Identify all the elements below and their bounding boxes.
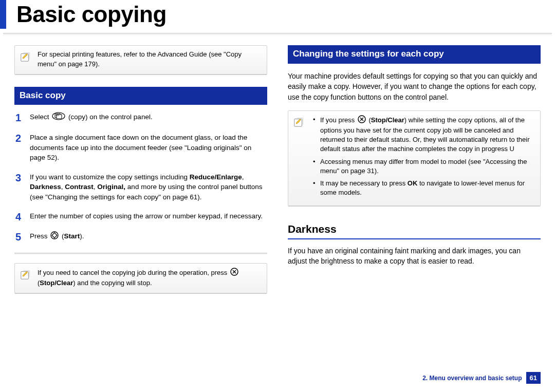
text: If you want to customize the copy settin… xyxy=(30,173,190,181)
footer-page-number: 61 xyxy=(526,372,541,384)
text-bold: Original, xyxy=(97,183,125,191)
subheading-darkness: Darkness xyxy=(288,221,541,237)
note-box-cancel: If you need to cancel the copying job du… xyxy=(14,263,267,293)
intro-paragraph: Your machine provides default settings f… xyxy=(288,71,541,102)
page-footer: 2. Menu overview and basic setup 61 xyxy=(422,372,541,384)
pencil-note-icon xyxy=(20,269,31,280)
step-text: Select (copy) on the control panel. xyxy=(30,112,266,123)
text-bold: Start xyxy=(64,233,80,240)
text-bold: Contrast xyxy=(65,183,94,191)
text: Press xyxy=(30,233,49,240)
pencil-note-icon xyxy=(293,116,305,127)
step-text: Place a single document face down on the… xyxy=(30,133,266,163)
divider xyxy=(14,253,267,255)
note-text: For special printing features, refer to … xyxy=(38,50,262,68)
content-columns: For special printing features, refer to … xyxy=(0,36,555,306)
note-box-advanced-guide: For special printing features, refer to … xyxy=(14,45,267,74)
list-item: If you press (Stop/Clear) while setting … xyxy=(320,115,535,154)
list-item: Accessing menus may differ from model to… xyxy=(320,157,535,176)
step-number: 1 xyxy=(15,112,30,123)
text: If you press xyxy=(320,116,357,124)
step-number: 2 xyxy=(15,133,30,143)
note-text: If you need to cancel the copying job du… xyxy=(38,268,262,288)
steps-list: 1 Select (copy) on the control panel. xyxy=(14,112,267,242)
text: Select xyxy=(30,114,51,121)
text: (copy) on the control panel. xyxy=(68,114,153,121)
step-1: 1 Select (copy) on the control panel. xyxy=(15,112,266,123)
text-bold: Stop/Clear xyxy=(40,279,73,287)
step-3: 3 If you want to customize the copy sett… xyxy=(15,172,266,202)
step-number: 3 xyxy=(15,172,30,183)
copy-icon xyxy=(52,112,65,123)
note-box-settings: If you press (Stop/Clear) while setting … xyxy=(288,110,541,207)
svg-rect-3 xyxy=(57,115,62,119)
list-item: It may be necessary to press OK to navig… xyxy=(320,179,535,197)
right-column: Changing the settings for each copy Your… xyxy=(288,45,541,306)
start-diamond-icon xyxy=(50,231,59,242)
step-5: 5 Press (Start). xyxy=(15,231,266,242)
text: , xyxy=(242,173,244,181)
section-basic-copy: Basic copy xyxy=(14,87,267,105)
left-column: For special printing features, refer to … xyxy=(14,45,267,306)
step-number: 4 xyxy=(15,211,30,222)
pencil-note-icon xyxy=(20,51,31,62)
text: ). xyxy=(80,233,84,240)
step-text: If you want to customize the copy settin… xyxy=(30,172,266,202)
section-changing-settings: Changing the settings for each copy xyxy=(288,45,541,64)
step-text: Press (Start). xyxy=(30,231,266,242)
text-bold: OK xyxy=(408,179,418,187)
stop-clear-icon xyxy=(358,115,366,126)
note-list: If you press (Stop/Clear) while setting … xyxy=(311,115,535,201)
step-number: 5 xyxy=(15,231,30,242)
step-2: 2 Place a single document face down on t… xyxy=(15,133,266,163)
stop-clear-icon xyxy=(230,268,238,278)
subheading-rule xyxy=(288,238,541,239)
text-bold: Reduce/Enlarge xyxy=(190,173,242,181)
darkness-paragraph: If you have an original containing faint… xyxy=(288,246,541,267)
text: ) and the copying will stop. xyxy=(73,279,152,287)
text-bold: Darkness xyxy=(30,183,61,191)
text: If you need to cancel the copying job du… xyxy=(38,269,229,276)
step-4: 4 Enter the number of copies using the a… xyxy=(15,211,266,222)
text-bold: Stop/Clear xyxy=(371,116,404,124)
page-title: Basic copying xyxy=(0,0,555,29)
step-text: Enter the number of copies using the arr… xyxy=(30,211,266,221)
footer-chapter: 2. Menu overview and basic setup xyxy=(422,375,522,382)
text: It may be necessary to press xyxy=(320,179,408,187)
